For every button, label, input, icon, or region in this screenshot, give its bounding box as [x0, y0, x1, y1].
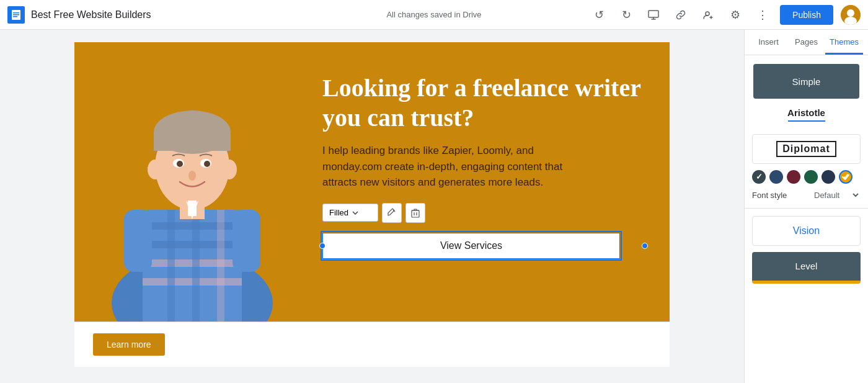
theme-simple-card[interactable]: Simple	[752, 63, 861, 100]
white-section: Learn more	[74, 322, 670, 367]
doc-title: Best Free Website Builders	[31, 9, 151, 20]
theme-vision-card[interactable]: Vision	[752, 216, 861, 246]
color-swatches	[745, 164, 868, 184]
theme-aristotle-wrapper[interactable]: Aristotle	[752, 107, 861, 128]
hero-body-text: I help leading brands like Zapier, Looml…	[322, 143, 595, 191]
redo-button[interactable]: ↻	[616, 5, 636, 25]
svg-rect-19	[217, 210, 224, 322]
hero-content: Looking for a freelance writer you can t…	[310, 42, 670, 322]
theme-vision-label: Vision	[793, 225, 820, 236]
topbar-right: ↺ ↻ ⚙ ⋮ Publish	[589, 5, 861, 25]
link-button[interactable]	[671, 5, 691, 25]
save-status: All changes saved in Drive	[386, 10, 481, 19]
button-style-label: Filled	[329, 208, 348, 217]
theme-level-card[interactable]: Level	[752, 252, 861, 284]
svg-rect-5	[649, 11, 658, 17]
hero-headline: Looking for a freelance writer you can t…	[322, 73, 645, 133]
tab-insert[interactable]: Insert	[750, 30, 787, 55]
svg-rect-34	[188, 201, 197, 216]
view-services-button[interactable]: View Services	[322, 233, 620, 259]
edit-icon-btn[interactable]	[382, 203, 402, 223]
tab-pages[interactable]: Pages	[787, 30, 825, 55]
delete-icon-btn[interactable]	[405, 203, 425, 223]
avatar[interactable]	[841, 5, 861, 25]
svg-point-29	[204, 161, 210, 167]
right-panel: Insert Pages Themes Simple Aristotle Dip…	[744, 30, 868, 383]
swatch-burgundy[interactable]	[787, 170, 800, 184]
tab-themes[interactable]: Themes	[825, 30, 863, 55]
font-style-dropdown[interactable]: Default Serif Sans-serif	[812, 190, 861, 201]
level-gold-bar	[752, 281, 861, 284]
add-person-button[interactable]	[698, 5, 718, 25]
topbar: Best Free Website Builders All changes s…	[0, 0, 868, 30]
svg-rect-3	[13, 14, 19, 16]
button-style-select[interactable]: Filled	[322, 204, 378, 222]
svg-point-30	[188, 171, 196, 181]
svg-rect-35	[412, 210, 419, 217]
slide-container: Looking for a freelance writer you can t…	[74, 42, 670, 367]
svg-point-28	[177, 161, 183, 167]
settings-button[interactable]: ⚙	[725, 5, 745, 25]
swatch-dark-blue[interactable]	[822, 170, 835, 184]
svg-rect-32	[232, 210, 260, 272]
svg-rect-17	[167, 210, 175, 322]
hero-person-image	[74, 42, 310, 322]
svg-point-24	[148, 160, 162, 179]
svg-point-25	[222, 160, 237, 179]
publish-button[interactable]: Publish	[780, 5, 833, 25]
theme-level-label: Level	[795, 261, 818, 271]
view-services-wrapper: View Services	[322, 233, 645, 259]
google-slides-icon	[7, 6, 25, 24]
panel-tabs: Insert Pages Themes	[745, 30, 868, 55]
more-button[interactable]: ⋮	[753, 5, 773, 25]
swatch-gold[interactable]	[839, 170, 852, 184]
theme-diplomat-card[interactable]: Diplomat	[752, 134, 861, 164]
svg-rect-4	[13, 16, 17, 17]
svg-rect-23	[154, 132, 231, 151]
theme-simple-label: Simple	[792, 76, 821, 87]
undo-button[interactable]: ↺	[589, 5, 609, 25]
canvas-area: Looking for a freelance writer you can t…	[0, 30, 744, 383]
present-button[interactable]	[644, 5, 663, 25]
svg-rect-31	[124, 210, 152, 272]
aristotle-underline	[788, 120, 825, 122]
svg-rect-2	[13, 12, 19, 14]
panel-divider-1	[745, 208, 868, 209]
resize-handle-right[interactable]	[642, 243, 648, 249]
swatch-charcoal[interactable]	[752, 170, 766, 184]
theme-aristotle-label: Aristotle	[752, 107, 861, 118]
theme-simple-bg: Simple	[753, 64, 859, 99]
resize-handle-left[interactable]	[319, 243, 326, 249]
font-style-row: Font style Default Serif Sans-serif	[745, 184, 868, 201]
svg-point-6	[706, 12, 709, 16]
button-toolbar: Filled	[322, 203, 645, 223]
theme-level-bg: Level	[752, 252, 861, 281]
swatch-green[interactable]	[804, 170, 818, 184]
hero-section: Looking for a freelance writer you can t…	[74, 42, 670, 322]
main-layout: Looking for a freelance writer you can t…	[0, 30, 868, 383]
swatch-navy[interactable]	[769, 170, 783, 184]
topbar-left: Best Free Website Builders	[7, 6, 589, 24]
svg-point-8	[847, 9, 854, 17]
font-style-label: Font style	[752, 191, 787, 200]
svg-rect-18	[192, 210, 200, 322]
learn-more-button[interactable]: Learn more	[93, 333, 165, 356]
theme-diplomat-label: Diplomat	[776, 141, 836, 157]
